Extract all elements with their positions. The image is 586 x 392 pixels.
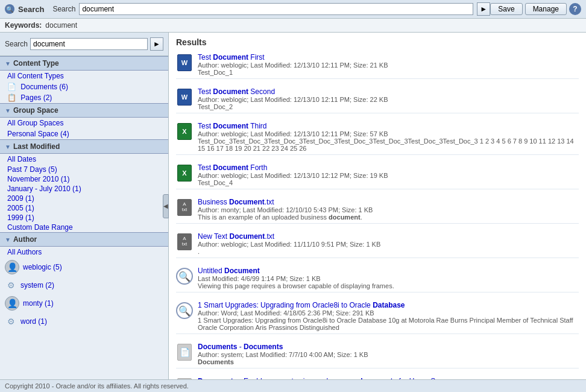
text-doc-icon: Atxt	[177, 199, 192, 216]
result-item: 🔍 1 Smart Upgrades: Upgrading from Oracl…	[176, 301, 579, 334]
result-item: W Test Document First Author: weblogic; …	[176, 53, 579, 79]
result-content-5: Business Document.txt Author: monty; Las…	[198, 198, 579, 221]
result-title-3[interactable]: Test Document Third	[198, 122, 579, 130]
result-icon-2: W	[176, 89, 193, 106]
custom-date-item[interactable]: Custom Date Range	[0, 223, 168, 232]
result-meta-7: Last Modified: 4/6/99 1:14 PM; Size: 1 K…	[198, 275, 579, 282]
author3-row[interactable]: 👤 monty (1)	[0, 294, 168, 313]
help-button[interactable]: ?	[569, 3, 581, 15]
search-result-icon: 🔍	[176, 302, 193, 319]
result-item: Atxt Business Document.txt Author: monty…	[176, 198, 579, 224]
result-title-5[interactable]: Business Document.txt	[198, 198, 579, 206]
result-tag-3: Test_Doc_3Test_Doc_3Test_Doc_3Test_Doc_3…	[198, 138, 579, 152]
keyword-highlight: Documents	[198, 343, 237, 351]
content-type-header[interactable]: ▼ Content Type	[0, 56, 168, 71]
word-doc-icon: W	[177, 89, 192, 106]
all-dates-label: All Dates	[7, 155, 36, 163]
all-authors-item[interactable]: All Authors	[0, 247, 168, 258]
y1999-label: 1999 (1)	[7, 213, 34, 222]
search-go-button-top[interactable]: ►	[477, 2, 490, 16]
author4-row[interactable]: ⚙ word (1)	[0, 313, 168, 330]
result-title-8[interactable]: 1 Smart Upgrades: Upgrading from Oracle8…	[198, 301, 579, 309]
last-modified-toggle: ▼	[5, 144, 11, 150]
result-title-6[interactable]: New Text Document.txt	[198, 232, 579, 241]
sidebar: Search ► ▼ Content Type All Content Type…	[0, 33, 169, 379]
sidebar-search-button[interactable]: ►	[150, 37, 163, 51]
all-dates-item[interactable]: All Dates	[0, 154, 168, 165]
y2009-item[interactable]: 2009 (1)	[0, 194, 168, 203]
search-input-top[interactable]	[79, 3, 473, 15]
author-header[interactable]: ▼ Author	[0, 232, 168, 247]
keyword-highlight: Database	[373, 301, 405, 309]
result-meta-3: Author: weblogic; Last Modified: 12/13/1…	[198, 130, 579, 138]
result-tag-9: Documents	[198, 358, 579, 365]
all-content-types-label: All Content Types	[7, 72, 64, 80]
sidebar-search-label: Search	[5, 40, 28, 48]
result-snippet-5: This is an example of an uploaded busine…	[198, 213, 579, 221]
result-title-4[interactable]: Test Document Forth	[198, 163, 579, 172]
excel-doc-icon: X	[177, 123, 192, 140]
result-title-10[interactable]: Documents - Enables users to view and ma…	[198, 377, 579, 379]
all-content-types-item[interactable]: All Content Types	[0, 71, 168, 81]
author2-row[interactable]: ⚙ system (2)	[0, 277, 168, 294]
search-result-icon: 🔍	[176, 268, 193, 285]
all-group-spaces-item[interactable]: All Group Spaces	[0, 118, 168, 128]
past7-label: Past 7 Days (5)	[7, 165, 57, 174]
author-toggle: ▼	[5, 236, 11, 243]
top-bar-left: 🔍 Search Search ►	[5, 2, 490, 16]
keyword-highlight: Document	[213, 53, 248, 62]
result-title-1[interactable]: Test Document First	[198, 53, 579, 62]
sidebar-search-input[interactable]	[30, 38, 148, 50]
personal-space-label: Personal Space (4)	[7, 130, 69, 138]
author1-avatar: 👤	[5, 260, 19, 274]
manage-button[interactable]: Manage	[525, 3, 567, 15]
pages-item[interactable]: 📋 Pages (2)	[0, 92, 168, 103]
top-bar-right: Save Manage ?	[490, 3, 581, 15]
last-modified-header[interactable]: ▼ Last Modified	[0, 139, 168, 154]
text-doc-icon: Atxt	[177, 233, 192, 250]
author1-row[interactable]: 👤 weblogic (5)	[0, 258, 168, 277]
result-item: Atxt New Text Document.txt Author: weblo…	[176, 232, 579, 258]
top-bar-title: Search	[18, 5, 44, 14]
author4-icon: ⚙	[5, 315, 17, 327]
result-content-1: Test Document First Author: weblogic; La…	[198, 53, 579, 76]
result-icon-10: 📄	[176, 378, 193, 379]
search-label-top: Search	[52, 5, 75, 13]
result-content-7: Untitled Document Last Modified: 4/6/99 …	[198, 267, 579, 289]
author3-label: monty (1)	[23, 299, 54, 308]
keywords-label: Keywords:	[5, 21, 42, 30]
personal-space-item[interactable]: Personal Space (4)	[0, 128, 168, 139]
nov2010-label: November 2010 (1)	[7, 175, 69, 183]
result-meta-8: Author: Word; Last Modified: 4/18/05 2:3…	[198, 309, 579, 317]
keyword-highlight: Document	[224, 267, 260, 275]
result-icon-7: 🔍	[176, 268, 193, 285]
footer: Copyright 2010 - Oracle and/or its affil…	[0, 379, 586, 392]
y1999-item[interactable]: 1999 (1)	[0, 213, 168, 223]
result-snippet-7: Viewing this page requires a browser cap…	[198, 282, 579, 289]
result-title-7[interactable]: Untitled Document	[198, 267, 579, 275]
content-type-toggle: ▼	[5, 60, 11, 67]
result-icon-9: 📄	[176, 344, 193, 361]
y2005-item[interactable]: 2005 (1)	[0, 203, 168, 213]
documents-item[interactable]: 📄 Documents (6)	[0, 81, 168, 92]
keyword-highlight: Document	[229, 232, 265, 241]
group-space-header[interactable]: ▼ Group Space	[0, 103, 168, 118]
result-title-2[interactable]: Test Document Second	[198, 87, 579, 96]
result-icon-8: 🔍	[176, 302, 193, 319]
result-item: X Test Document Forth Author: weblogic; …	[176, 163, 579, 189]
result-title-9[interactable]: Documents - Documents	[198, 343, 579, 351]
keyword-highlight: documents	[358, 377, 397, 379]
search-box-area: Search ►	[0, 33, 168, 56]
author4-label: word (1)	[20, 317, 47, 326]
nov2010-item[interactable]: November 2010 (1)	[0, 174, 168, 184]
result-icon-6: Atxt	[176, 233, 193, 250]
result-item: W Test Document Second Author: weblogic;…	[176, 87, 579, 113]
past7-item[interactable]: Past 7 Days (5)	[0, 165, 168, 174]
collapse-handle[interactable]: ◀	[163, 194, 169, 218]
save-button[interactable]: Save	[490, 3, 522, 15]
documents-label: Documents (6)	[20, 83, 68, 91]
jan-jul-item[interactable]: January - July 2010 (1)	[0, 184, 168, 194]
jan-jul-label: January - July 2010 (1)	[7, 185, 81, 193]
group-space-toggle: ▼	[5, 107, 11, 114]
excel-doc-icon: X	[177, 165, 192, 182]
